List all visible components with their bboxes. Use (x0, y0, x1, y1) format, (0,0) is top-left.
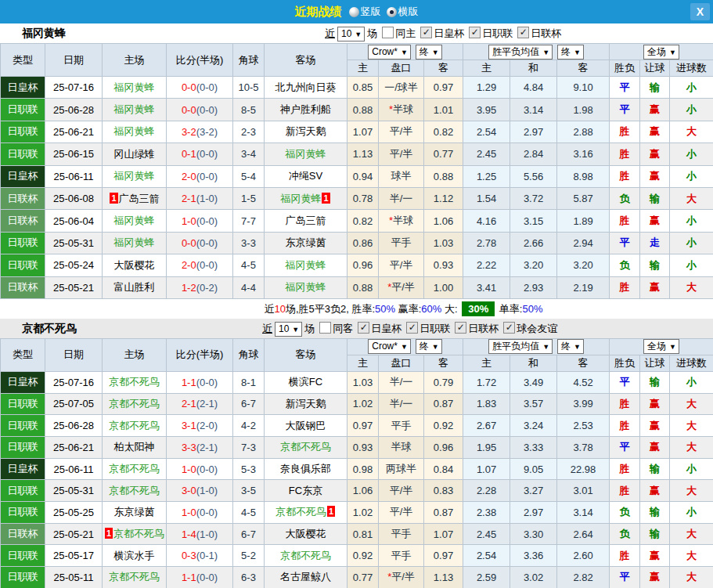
avg-final-select[interactable]: 终▼ (557, 339, 584, 354)
layout-radio-1[interactable] (349, 7, 359, 17)
home-team[interactable]: 京都不死鸟 (103, 415, 167, 437)
odds-handicap: 一/球半 (379, 77, 424, 99)
odds-away: 0.96 (424, 436, 463, 458)
close-button[interactable]: X (690, 3, 710, 20)
away-team[interactable]: FC东京 (265, 480, 347, 502)
away-team[interactable]: 横滨FC (265, 371, 347, 393)
home-team[interactable]: 福冈黄蜂 (103, 99, 167, 121)
away-team[interactable]: 福冈黄蜂 (265, 143, 347, 165)
home-team[interactable]: 福冈黄蜂 (103, 77, 167, 99)
home-team[interactable]: 富山胜利 (103, 276, 167, 298)
same-venue-checkbox[interactable] (319, 322, 331, 334)
away-team[interactable]: 北九州向日葵 (265, 77, 347, 99)
home-team[interactable]: 横滨水手 (103, 545, 167, 567)
home-team[interactable]: 福冈黄蜂 (103, 232, 167, 254)
match-type: 日联杯 (1, 187, 45, 209)
bookmaker-select[interactable]: Crow*▼ (368, 45, 411, 60)
league-checkbox-4[interactable] (503, 322, 515, 334)
avg-home-win: 1.83 (463, 393, 510, 415)
league-checkbox-2[interactable] (469, 27, 481, 38)
home-team[interactable]: 1广岛三箭 (103, 187, 167, 209)
away-team[interactable]: 福冈黄蜂 (265, 254, 347, 276)
away-team[interactable]: 大阪樱花 (265, 523, 347, 545)
result-handicap: 赢 (640, 480, 670, 502)
home-team[interactable]: 1京都不死鸟 (103, 523, 167, 545)
odds-home: 1.07 (347, 121, 379, 142)
away-team[interactable]: 冲绳SV (265, 165, 347, 187)
home-team[interactable]: 京都不死鸟 (103, 480, 167, 502)
league-checkbox-1[interactable] (420, 27, 432, 38)
bookmaker-select[interactable]: Crow*▼ (368, 339, 411, 354)
league-checkbox-2[interactable] (406, 322, 418, 334)
avg-home-win: 2.54 (463, 121, 510, 142)
column-header: 客 (424, 355, 463, 371)
layout-radio-2[interactable] (387, 7, 397, 17)
odds-final-select[interactable]: 终▼ (416, 45, 442, 60)
odds-away: 1.06 (424, 210, 463, 232)
section-filters: 近10▼场同客日皇杯日职联日联杯球会友谊 (262, 319, 557, 338)
odds-away: 0.87 (424, 502, 463, 524)
column-header: 类型 (1, 44, 45, 77)
fulltime-score: 3-2 (182, 126, 196, 138)
home-team[interactable]: 柏太阳神 (103, 436, 167, 458)
match-date: 25-05-21 (45, 276, 103, 298)
away-team[interactable]: 京都不死鸟1 (265, 502, 347, 524)
away-team-name: 新泻天鹅 (286, 398, 326, 409)
home-team[interactable]: 福冈黄蜂 (103, 121, 167, 142)
same-venue-checkbox[interactable] (382, 27, 394, 38)
away-team[interactable]: 名古屋鲸八 (265, 567, 347, 588)
score: 0-0(0-0) (167, 232, 233, 254)
avg-draw: 3.36 (510, 545, 557, 567)
away-team[interactable]: 大阪钢巴 (265, 415, 347, 437)
column-header: 进球数 (670, 60, 713, 77)
column-header: 主 (463, 60, 510, 77)
odds-away: 1.07 (424, 523, 463, 545)
home-team[interactable]: 东京绿茵 (103, 502, 167, 524)
home-team[interactable]: 大阪樱花 (103, 254, 167, 276)
away-team[interactable]: 福冈黄蜂1 (265, 187, 347, 209)
away-team[interactable]: 广岛三箭 (265, 210, 347, 232)
score: 1-2(0-2) (167, 276, 233, 298)
recent-label[interactable]: 近 (325, 27, 335, 39)
league-checkbox-1[interactable] (358, 322, 369, 334)
league-checkbox-3[interactable] (517, 27, 529, 38)
column-header: 让球 (640, 355, 670, 371)
recent-label[interactable]: 近 (262, 323, 272, 334)
scope-select[interactable]: 全场▼ (643, 45, 679, 60)
away-team[interactable]: 东京绿茵 (265, 232, 347, 254)
avg-away-win: 8.98 (557, 165, 610, 187)
home-team[interactable]: 冈山绿雉 (103, 143, 167, 165)
away-team[interactable]: 神户胜利船 (265, 99, 347, 121)
scope-select[interactable]: 全场▼ (643, 339, 679, 354)
league-checkbox-3[interactable] (455, 322, 466, 334)
summary-text: 60% (421, 303, 441, 315)
home-team[interactable]: 福冈黄蜂 (103, 210, 167, 232)
column-header: 和 (510, 60, 557, 77)
away-team[interactable]: 京都不死鸟 (265, 545, 347, 567)
away-team[interactable]: 奈良俱乐部 (265, 458, 347, 480)
odds-final-select[interactable]: 终▼ (416, 339, 442, 354)
away-team[interactable]: 京都不死鸟 (265, 436, 347, 458)
match-count-select[interactable]: 10▼ (275, 322, 302, 337)
match-count-select[interactable]: 10▼ (337, 27, 365, 41)
column-header: 主 (347, 355, 379, 371)
home-team[interactable]: 京都不死鸟 (103, 567, 167, 588)
result-outcome: 平 (610, 232, 640, 254)
avg-final-select[interactable]: 终▼ (557, 45, 584, 60)
home-team[interactable]: 京都不死鸟 (103, 458, 167, 480)
avg-select[interactable]: 胜平负均值▼ (488, 339, 553, 354)
away-team[interactable]: 福冈黄蜂 (265, 276, 347, 298)
avg-select[interactable]: 胜平负均值▼ (488, 45, 553, 60)
match-count-select-value: 10 (279, 323, 289, 334)
handicap-text: 半球 (393, 103, 413, 115)
match-date: 25-06-21 (45, 121, 103, 142)
result-outcome: 胜 (610, 121, 640, 142)
corners: 4-5 (233, 254, 265, 276)
home-team[interactable]: 京都不死鸟 (103, 393, 167, 415)
away-team[interactable]: 新泻天鹅 (265, 121, 347, 142)
away-team[interactable]: 新泻天鹅 (265, 393, 347, 415)
match-date: 25-05-17 (45, 545, 103, 567)
home-team[interactable]: 京都不死鸟 (103, 371, 167, 393)
match-date: 25-06-11 (45, 458, 103, 480)
home-team[interactable]: 福冈黄蜂 (103, 165, 167, 187)
